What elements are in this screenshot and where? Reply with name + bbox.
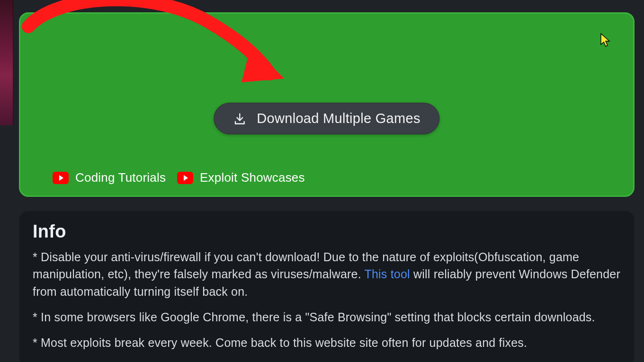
info-heading: Info <box>33 221 621 242</box>
info-bullet-1: * Disable your anti-virus/firewall if yo… <box>33 248 621 300</box>
info-link-this-tool[interactable]: This tool <box>365 267 410 281</box>
youtube-links-row: Coding Tutorials Exploit Showcases <box>53 170 305 185</box>
youtube-icon <box>53 172 69 184</box>
download-button-label: Download Multiple Games <box>257 111 420 126</box>
yt-link-coding-tutorials[interactable]: Coding Tutorials <box>53 170 166 185</box>
youtube-icon <box>177 172 193 184</box>
left-decorative-strip <box>0 0 13 125</box>
info-bullet-3: * Most exploits break every week. Come b… <box>33 334 621 351</box>
info-bullet-2: * In some browsers like Google Chrome, t… <box>33 309 621 326</box>
download-section: Download Multiple Games Coding Tutorials… <box>19 12 635 197</box>
info-bullet-4: * Use a VPN if an exploit is failing to … <box>33 360 621 362</box>
download-icon <box>233 112 246 125</box>
info-section: Info * Disable your anti-virus/firewall … <box>19 211 635 362</box>
yt-link-label: Exploit Showcases <box>200 170 305 185</box>
yt-link-label: Coding Tutorials <box>75 170 166 185</box>
download-button[interactable]: Download Multiple Games <box>214 103 439 134</box>
yt-link-exploit-showcases[interactable]: Exploit Showcases <box>177 170 305 185</box>
